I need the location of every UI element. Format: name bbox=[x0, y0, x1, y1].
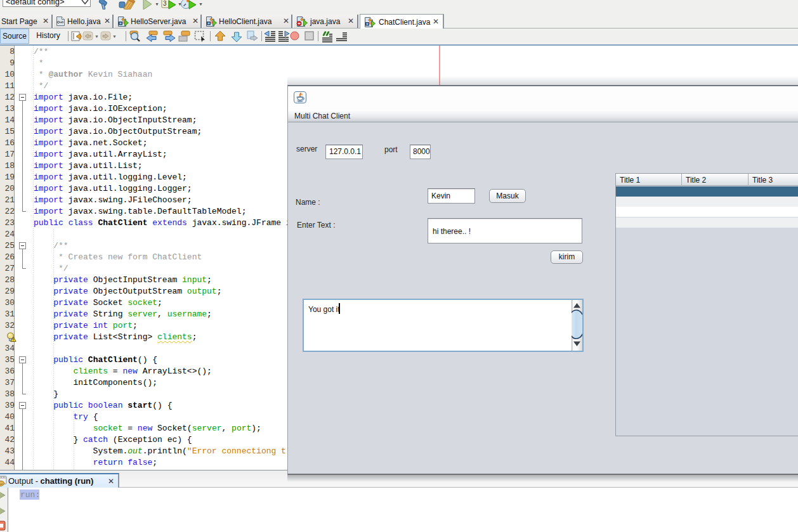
svg-text:3: 3 bbox=[163, 0, 167, 7]
